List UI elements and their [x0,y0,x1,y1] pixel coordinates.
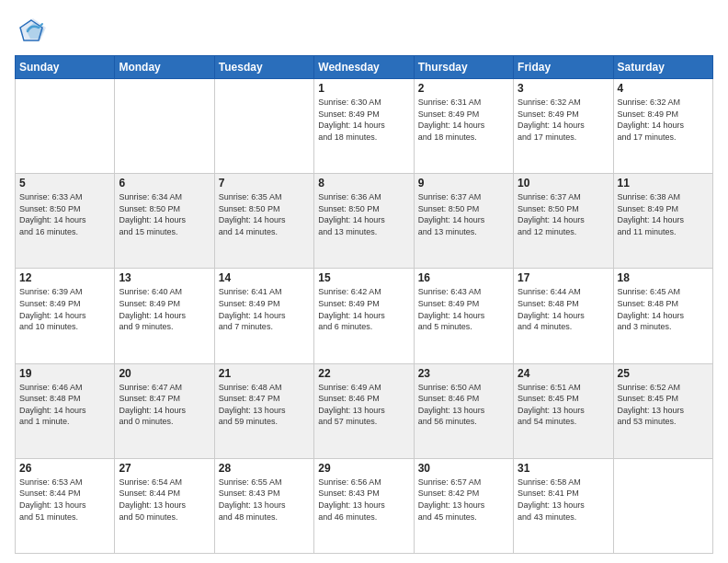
day-number: 4 [618,82,709,95]
day-info: Sunrise: 6:46 AM Sunset: 8:48 PM Dayligh… [19,382,110,428]
calendar-cell: 28Sunrise: 6:55 AM Sunset: 8:43 PM Dayli… [214,458,313,553]
day-info: Sunrise: 6:49 AM Sunset: 8:46 PM Dayligh… [318,382,409,428]
week-row-1: 1Sunrise: 6:30 AM Sunset: 8:49 PM Daylig… [16,79,713,174]
week-row-5: 26Sunrise: 6:53 AM Sunset: 8:44 PM Dayli… [16,458,713,553]
day-number: 2 [418,82,509,95]
calendar-cell: 12Sunrise: 6:39 AM Sunset: 8:49 PM Dayli… [16,269,115,363]
day-number: 11 [618,177,709,190]
weekday-sunday: Sunday [16,56,115,79]
day-number: 5 [19,177,110,190]
day-number: 23 [418,367,509,380]
day-info: Sunrise: 6:53 AM Sunset: 8:44 PM Dayligh… [19,477,110,523]
day-info: Sunrise: 6:34 AM Sunset: 8:50 PM Dayligh… [119,191,210,237]
calendar-cell: 3Sunrise: 6:32 AM Sunset: 8:49 PM Daylig… [514,79,613,174]
calendar-cell: 26Sunrise: 6:53 AM Sunset: 8:44 PM Dayli… [16,458,115,553]
day-info: Sunrise: 6:58 AM Sunset: 8:41 PM Dayligh… [518,477,609,523]
day-number: 12 [19,271,110,284]
calendar-cell: 13Sunrise: 6:40 AM Sunset: 8:49 PM Dayli… [115,269,214,363]
calendar-cell: 25Sunrise: 6:52 AM Sunset: 8:45 PM Dayli… [613,363,712,458]
calendar-cell: 16Sunrise: 6:43 AM Sunset: 8:49 PM Dayli… [414,269,513,363]
day-info: Sunrise: 6:42 AM Sunset: 8:49 PM Dayligh… [318,286,409,332]
calendar-cell: 1Sunrise: 6:30 AM Sunset: 8:49 PM Daylig… [314,79,414,174]
day-number: 22 [318,367,409,380]
weekday-saturday: Saturday [613,56,712,79]
day-info: Sunrise: 6:41 AM Sunset: 8:49 PM Dayligh… [219,286,310,332]
day-info: Sunrise: 6:40 AM Sunset: 8:49 PM Dayligh… [119,286,210,332]
calendar-header: SundayMondayTuesdayWednesdayThursdayFrid… [16,56,713,79]
day-info: Sunrise: 6:35 AM Sunset: 8:50 PM Dayligh… [219,191,310,237]
week-row-4: 19Sunrise: 6:46 AM Sunset: 8:48 PM Dayli… [16,363,713,458]
day-info: Sunrise: 6:44 AM Sunset: 8:48 PM Dayligh… [518,286,609,332]
day-number: 10 [518,177,609,190]
calendar-cell: 22Sunrise: 6:49 AM Sunset: 8:46 PM Dayli… [314,363,414,458]
weekday-wednesday: Wednesday [314,56,414,79]
day-number: 7 [219,177,310,190]
calendar-cell: 8Sunrise: 6:36 AM Sunset: 8:50 PM Daylig… [314,174,414,269]
calendar-cell: 6Sunrise: 6:34 AM Sunset: 8:50 PM Daylig… [115,174,214,269]
day-info: Sunrise: 6:30 AM Sunset: 8:49 PM Dayligh… [318,97,409,143]
week-row-2: 5Sunrise: 6:33 AM Sunset: 8:50 PM Daylig… [16,174,713,269]
calendar-cell [613,458,712,553]
calendar-cell [16,79,115,174]
day-number: 8 [318,177,409,190]
calendar-cell: 21Sunrise: 6:48 AM Sunset: 8:47 PM Dayli… [214,363,313,458]
weekday-monday: Monday [115,56,214,79]
calendar-cell: 4Sunrise: 6:32 AM Sunset: 8:49 PM Daylig… [613,79,712,174]
calendar-cell: 11Sunrise: 6:38 AM Sunset: 8:49 PM Dayli… [613,174,712,269]
day-number: 20 [119,367,210,380]
day-info: Sunrise: 6:31 AM Sunset: 8:49 PM Dayligh… [418,97,509,143]
calendar-cell: 19Sunrise: 6:46 AM Sunset: 8:48 PM Dayli… [16,363,115,458]
logo [15,15,51,48]
calendar-cell: 10Sunrise: 6:37 AM Sunset: 8:50 PM Dayli… [514,174,613,269]
calendar-cell: 24Sunrise: 6:51 AM Sunset: 8:45 PM Dayli… [514,363,613,458]
day-number: 26 [19,462,110,475]
calendar-cell: 30Sunrise: 6:57 AM Sunset: 8:42 PM Dayli… [414,458,513,553]
calendar-cell [214,79,313,174]
calendar-cell [115,79,214,174]
day-info: Sunrise: 6:55 AM Sunset: 8:43 PM Dayligh… [219,477,310,523]
day-info: Sunrise: 6:37 AM Sunset: 8:50 PM Dayligh… [518,191,609,237]
calendar-cell: 5Sunrise: 6:33 AM Sunset: 8:50 PM Daylig… [16,174,115,269]
day-info: Sunrise: 6:43 AM Sunset: 8:49 PM Dayligh… [418,286,509,332]
day-number: 27 [119,462,210,475]
day-number: 19 [19,367,110,380]
day-info: Sunrise: 6:32 AM Sunset: 8:49 PM Dayligh… [618,97,709,143]
page: SundayMondayTuesdayWednesdayThursdayFrid… [0,0,728,563]
day-number: 13 [119,271,210,284]
calendar-table: SundayMondayTuesdayWednesdayThursdayFrid… [15,55,713,554]
day-info: Sunrise: 6:38 AM Sunset: 8:49 PM Dayligh… [618,191,709,237]
day-info: Sunrise: 6:45 AM Sunset: 8:48 PM Dayligh… [618,286,709,332]
day-info: Sunrise: 6:39 AM Sunset: 8:49 PM Dayligh… [19,286,110,332]
week-row-3: 12Sunrise: 6:39 AM Sunset: 8:49 PM Dayli… [16,269,713,363]
day-number: 21 [219,367,310,380]
day-info: Sunrise: 6:50 AM Sunset: 8:46 PM Dayligh… [418,382,509,428]
day-number: 6 [119,177,210,190]
calendar-cell: 2Sunrise: 6:31 AM Sunset: 8:49 PM Daylig… [414,79,513,174]
calendar-cell: 20Sunrise: 6:47 AM Sunset: 8:47 PM Dayli… [115,363,214,458]
day-info: Sunrise: 6:33 AM Sunset: 8:50 PM Dayligh… [19,191,110,237]
day-info: Sunrise: 6:57 AM Sunset: 8:42 PM Dayligh… [418,477,509,523]
calendar-cell: 17Sunrise: 6:44 AM Sunset: 8:48 PM Dayli… [514,269,613,363]
calendar-cell: 9Sunrise: 6:37 AM Sunset: 8:50 PM Daylig… [414,174,513,269]
day-number: 1 [318,82,409,95]
day-number: 31 [518,462,609,475]
header [15,15,713,48]
calendar-body: 1Sunrise: 6:30 AM Sunset: 8:49 PM Daylig… [16,79,713,554]
day-number: 18 [618,271,709,284]
day-info: Sunrise: 6:32 AM Sunset: 8:49 PM Dayligh… [518,97,609,143]
day-number: 3 [518,82,609,95]
day-number: 28 [219,462,310,475]
day-number: 25 [618,367,709,380]
weekday-friday: Friday [514,56,613,79]
calendar-cell: 15Sunrise: 6:42 AM Sunset: 8:49 PM Dayli… [314,269,414,363]
day-number: 30 [418,462,509,475]
day-number: 29 [318,462,409,475]
day-info: Sunrise: 6:51 AM Sunset: 8:45 PM Dayligh… [518,382,609,428]
day-number: 24 [518,367,609,380]
calendar-cell: 7Sunrise: 6:35 AM Sunset: 8:50 PM Daylig… [214,174,313,269]
weekday-header-row: SundayMondayTuesdayWednesdayThursdayFrid… [16,56,713,79]
day-info: Sunrise: 6:56 AM Sunset: 8:43 PM Dayligh… [318,477,409,523]
day-info: Sunrise: 6:37 AM Sunset: 8:50 PM Dayligh… [418,191,509,237]
day-info: Sunrise: 6:48 AM Sunset: 8:47 PM Dayligh… [219,382,310,428]
calendar-cell: 23Sunrise: 6:50 AM Sunset: 8:46 PM Dayli… [414,363,513,458]
